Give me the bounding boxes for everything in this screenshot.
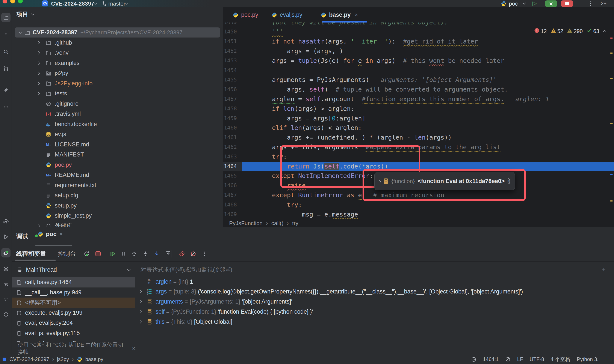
line-number[interactable]: 1467 — [223, 190, 242, 200]
line-number[interactable]: 1463 — [223, 152, 242, 162]
python-packages-icon[interactable]: ? — [1, 47, 11, 56]
tree-item-.github[interactable]: .github — [12, 38, 223, 48]
code-line-1452[interactable]: 1452 args = (args, ) — [223, 46, 614, 56]
warning-badge[interactable]: 52 — [551, 28, 563, 35]
line-number[interactable]: 1455 — [223, 75, 242, 85]
tab-poc-py[interactable]: poc.py — [233, 7, 258, 23]
thread-selector[interactable]: MainThread — [12, 262, 135, 277]
collaboration-badge[interactable]: 2+ — [601, 0, 606, 7]
more-icon[interactable] — [200, 249, 209, 258]
tab-base-py[interactable]: base.py × — [321, 7, 358, 23]
breadcrumb-block[interactable]: try — [292, 220, 298, 227]
chevron-right-icon[interactable] — [37, 41, 40, 44]
code-line-1468[interactable]: 1468 try: — [223, 200, 614, 210]
line-number[interactable]: 1451 — [223, 37, 242, 46]
highlighting-off-icon[interactable] — [505, 356, 511, 362]
status-item[interactable]: 4 个空格 — [550, 356, 570, 363]
tree-item-bench.dockerfile[interactable]: bench.dockerfile — [12, 119, 223, 130]
branch-selector[interactable]: master — [108, 0, 125, 7]
problems-icon[interactable] — [1, 310, 11, 319]
frame-item[interactable]: eval_js, evaljs.py:115 — [12, 328, 135, 338]
run-config-selector[interactable]: poc — [509, 0, 518, 7]
status-item[interactable]: 1464:1 — [483, 356, 499, 362]
services-icon[interactable] — [1, 264, 11, 273]
chevron-right-icon[interactable] — [139, 290, 142, 293]
evaluate-expression-input[interactable] — [141, 266, 587, 273]
frame-item[interactable]: execute, evaljs.py:199 — [12, 308, 135, 318]
code-line-1453[interactable]: 1453 args = tuple(Js(e) for e in args) #… — [223, 56, 614, 65]
line-number[interactable]: 1452 — [223, 46, 242, 56]
tree-item-ev.js[interactable]: JSev.js — [12, 129, 223, 140]
zoom-window-button[interactable] — [18, 0, 23, 3]
debug-button[interactable] — [545, 0, 557, 7]
line-number[interactable]: 1462 — [223, 142, 242, 152]
code-line-1451[interactable]: 1451 if not hasattr(args, '__iter__'): #… — [223, 37, 614, 46]
tree-item-.gitignore[interactable]: .gitignore — [12, 99, 223, 109]
frame-item[interactable]: __call__, base.py:949 — [12, 287, 135, 298]
force-step-into-icon[interactable] — [152, 249, 161, 258]
chevron-right-icon[interactable] — [37, 224, 40, 227]
stop-button[interactable] — [561, 0, 573, 7]
frame-item[interactable]: eval, evaljs.py:204 — [12, 318, 135, 328]
info-icon[interactable]: ! — [507, 178, 510, 184]
chevron-right-icon[interactable] — [139, 300, 142, 303]
vcs-changes-icon[interactable] — [1, 85, 11, 94]
more-actions-button[interactable]: ⋮ — [588, 0, 593, 7]
line-number[interactable]: 1454 — [223, 65, 242, 75]
close-icon[interactable]: × — [355, 12, 358, 18]
more-tool-windows-icon[interactable] — [1, 102, 11, 111]
tree-item-examples[interactable]: examples — [12, 58, 223, 68]
python-console-icon[interactable] — [1, 217, 11, 226]
code-line-1457[interactable]: 1457 arglen = self.argcount #function ex… — [223, 94, 614, 104]
tree-item-tests[interactable]: tests — [12, 89, 223, 99]
frame-item[interactable]: call, base.py:1464 — [12, 277, 135, 287]
close-window-button[interactable] — [2, 0, 7, 3]
line-number[interactable]: 1458 — [223, 104, 242, 114]
line-number[interactable]: 1449 — [223, 23, 242, 27]
ok-badge[interactable]: 63 — [587, 28, 599, 35]
line-number[interactable]: 1457 — [223, 94, 242, 104]
line-number[interactable]: 1460 — [223, 123, 242, 133]
project-panel-header[interactable]: 项目 — [16, 10, 33, 18]
line-number[interactable]: 1453 — [223, 56, 242, 65]
line-number[interactable]: 1459 — [223, 114, 242, 123]
tree-item-.travis.yml[interactable]: Y.travis.yml — [12, 109, 223, 119]
status-item[interactable]: UTF-8 — [530, 356, 544, 362]
code-line-1449[interactable]: 1449 (but they will be present in argume… — [223, 23, 614, 27]
project-selector[interactable]: CVE-2024-28397 — [51, 0, 94, 7]
tree-item-MANIFEST[interactable]: MANIFEST — [12, 150, 223, 160]
tree-item-simple_test.py[interactable]: simple_test.py — [12, 211, 223, 221]
inspections-widget[interactable]: 125229063 — [532, 28, 606, 35]
line-number[interactable]: 1469 — [223, 210, 242, 219]
view-breakpoints-icon[interactable] — [177, 249, 187, 258]
mute-breakpoints-icon[interactable] — [189, 249, 198, 258]
project-folder-icon[interactable] — [1, 13, 11, 22]
tree-item-setup.cfg[interactable]: setup.cfg — [12, 190, 223, 201]
code-line-1459[interactable]: 1459 args = args[0:arglen] — [223, 114, 614, 123]
tree-item-requirements.txt[interactable]: requirements.txt — [12, 180, 223, 191]
line-number[interactable]: 1465 — [223, 171, 242, 181]
minimize-window-button[interactable] — [10, 0, 15, 3]
status-item[interactable]: LF — [517, 356, 523, 362]
tree-item-LICENSE.md[interactable]: MLICENSE.md — [12, 140, 223, 150]
tree-item--[interactable]: 外部库 — [12, 221, 223, 227]
status-file[interactable]: base.py — [85, 356, 103, 362]
run-anything-icon[interactable] — [1, 280, 11, 289]
variable-arguments[interactable]: arguments = {PyJsArguments: 1} '[object … — [135, 297, 614, 307]
tree-item-js2py[interactable]: js2py — [12, 68, 223, 78]
step-into-icon[interactable] — [141, 249, 150, 258]
terminal-icon[interactable] — [1, 295, 11, 305]
chevron-right-icon[interactable] — [139, 320, 142, 324]
tab-evaljs-py[interactable]: evaljs.py — [271, 7, 302, 23]
expand-icon[interactable] — [379, 180, 381, 182]
tree-item-Js2Py.egg-info[interactable]: Js2Py.egg-info — [12, 78, 223, 89]
chevron-right-icon[interactable] — [37, 82, 40, 85]
code-line-1460[interactable]: 1460 elif len(args) < arglen: — [223, 123, 614, 133]
line-number[interactable]: 1461 — [223, 133, 242, 142]
chevron-down-icon[interactable] — [19, 30, 22, 34]
error-badge[interactable]: 12 — [534, 28, 547, 35]
line-number[interactable]: 1466 — [223, 181, 242, 190]
variable-args[interactable]: 123args = {tuple: 3} ('console.log(Objec… — [135, 286, 614, 297]
commit-icon[interactable] — [1, 29, 11, 39]
status-package[interactable]: js2py — [57, 356, 69, 362]
